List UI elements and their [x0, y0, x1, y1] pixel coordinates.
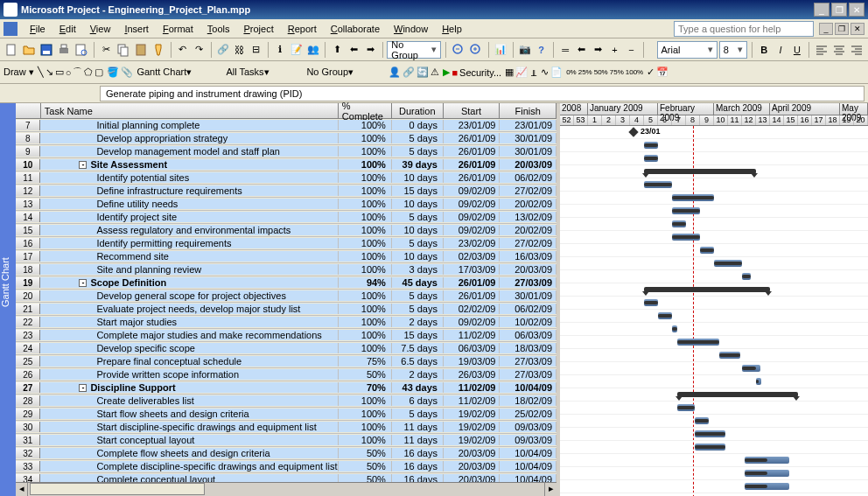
summary-bar[interactable]	[677, 392, 798, 397]
cell-taskname[interactable]: Start discipline-specific drawings and e…	[40, 422, 339, 432]
row-number[interactable]: 10	[16, 159, 40, 170]
risks-icon[interactable]: ⚠	[430, 66, 439, 78]
cell-finish[interactable]: 10/04/09	[500, 461, 556, 472]
row-number[interactable]: 13	[16, 199, 40, 209]
cell-pct[interactable]: 94%	[339, 277, 392, 288]
font-combo[interactable]: Arial▾	[657, 41, 718, 59]
cell-taskname[interactable]: Develop specific scope	[40, 343, 339, 353]
cell-start[interactable]: 02/02/09	[444, 304, 500, 314]
cell-start[interactable]: 26/01/09	[444, 277, 500, 288]
group2-combo[interactable]: No Group▾	[306, 66, 385, 78]
cell-taskname[interactable]: Initial planning complete	[40, 120, 339, 130]
print-icon[interactable]	[56, 40, 72, 59]
cell-start[interactable]: 17/03/09	[444, 264, 500, 275]
cell-duration[interactable]: 5 days	[392, 133, 444, 143]
cell-finish[interactable]: 23/01/09	[500, 120, 556, 130]
cell-taskname[interactable]: Identify potential sites	[40, 172, 339, 183]
cell-duration[interactable]: 10 days	[392, 172, 444, 183]
cell-finish[interactable]: 10/02/09	[500, 317, 556, 327]
update-tasks-icon[interactable]: ✓	[647, 66, 654, 78]
restore-button[interactable]: ❐	[831, 3, 847, 17]
cell-start[interactable]: 02/03/09	[444, 251, 500, 262]
cell-duration[interactable]: 11 days	[392, 422, 444, 432]
row-number[interactable]: 15	[16, 225, 40, 235]
cell-duration[interactable]: 15 days	[392, 330, 444, 340]
menu-window[interactable]: Window	[387, 22, 435, 36]
cell-pct[interactable]: 100%	[339, 317, 392, 327]
view-combo[interactable]: Gantt Chart▾	[136, 66, 224, 78]
task-row[interactable]: 18Site and planning review100%3 days17/0…	[16, 263, 556, 276]
cell-duration[interactable]: 2 days	[392, 317, 444, 327]
cell-start[interactable]: 23/01/09	[444, 120, 500, 130]
gantt-row[interactable]	[560, 323, 868, 336]
hide-subtasks-icon[interactable]: −	[624, 40, 639, 59]
gantt-row[interactable]	[560, 362, 868, 375]
cell-taskname[interactable]: Evaluate project needs, develop major st…	[40, 304, 339, 314]
cell-taskname[interactable]: Provide written scope information	[40, 369, 339, 380]
cell-finish[interactable]: 30/01/09	[500, 146, 556, 157]
menu-edit[interactable]: Edit	[52, 22, 83, 36]
task-row[interactable]: 26Provide written scope information50%2 …	[16, 368, 556, 381]
cell-pct[interactable]: 100%	[339, 304, 392, 314]
cell-taskname[interactable]: Start conceptual layout	[40, 435, 339, 445]
cell-pct[interactable]: 50%	[339, 474, 392, 482]
pert-icon[interactable]: ▦	[505, 66, 514, 78]
menu-project[interactable]: Project	[236, 22, 280, 36]
bold-icon[interactable]: B	[757, 40, 772, 59]
cell-start[interactable]: 26/01/09	[444, 172, 500, 183]
gantt-row[interactable]	[560, 178, 868, 192]
gantt-row[interactable]	[560, 467, 868, 480]
cell-finish[interactable]: 09/03/09	[500, 435, 556, 445]
gantt-body[interactable]: 23/01	[560, 126, 868, 496]
cell-taskname[interactable]: Start flow sheets and design criteria	[40, 409, 339, 419]
cell-duration[interactable]: 6.5 days	[392, 356, 444, 367]
cell-duration[interactable]: 16 days	[392, 474, 444, 482]
cell-pct[interactable]: 100%	[339, 225, 392, 235]
cell-start[interactable]: 11/02/09	[444, 382, 500, 393]
close-button[interactable]: ✕	[849, 3, 864, 17]
cell-finish[interactable]: 27/03/09	[500, 277, 556, 288]
cell-start[interactable]: 09/02/09	[444, 212, 500, 222]
cell-finish[interactable]: 18/02/09	[500, 395, 556, 406]
cell-start[interactable]: 20/03/09	[444, 448, 500, 458]
cell-taskname[interactable]: Site and planning review	[40, 264, 339, 275]
pct50-icon[interactable]: 50%	[594, 68, 608, 76]
rectangle-icon[interactable]: ▭	[55, 66, 64, 78]
arc-icon[interactable]: ⌒	[73, 66, 82, 79]
mdi-restore-button[interactable]: ❐	[835, 23, 849, 35]
cell-start[interactable]: 20/03/09	[444, 474, 500, 482]
task-row[interactable]: 34Complete conceptual layout50%16 days20…	[16, 473, 556, 482]
show-subtasks-icon[interactable]: +	[607, 40, 622, 59]
cell-pct[interactable]: 100%	[339, 185, 392, 196]
info-icon[interactable]: ℹ	[273, 40, 288, 59]
task-row[interactable]: 22Start major studies100%2 days09/02/091…	[16, 316, 556, 329]
cell-pct[interactable]: 100%	[339, 120, 392, 130]
task-row[interactable]: 31Start conceptual layout100%11 days19/0…	[16, 434, 556, 447]
share-icon[interactable]: 🔗	[402, 66, 415, 78]
cell-finish[interactable]: 20/02/09	[500, 225, 556, 235]
polygon-icon[interactable]: ⬠	[84, 66, 93, 78]
cell-start[interactable]: 19/02/09	[444, 435, 500, 445]
align-right-icon[interactable]	[849, 40, 864, 59]
cell-taskname[interactable]: Complete major studies and make recommen…	[40, 330, 339, 340]
report-icon[interactable]: 📄	[550, 66, 563, 78]
task-row[interactable]: 10-Site Assessment100%39 days26/01/0920/…	[16, 158, 556, 171]
cell-finish[interactable]: 06/02/09	[500, 172, 556, 183]
baseline-icon[interactable]: ⫫	[529, 67, 539, 78]
stop-icon[interactable]: ■	[452, 67, 458, 78]
summary-bar[interactable]	[644, 287, 770, 292]
task-row[interactable]: 21Evaluate project needs, develop major …	[16, 303, 556, 316]
row-number[interactable]: 22	[16, 317, 40, 327]
draw-menu[interactable]: Draw ▾	[4, 66, 34, 78]
cell-start[interactable]: 06/03/09	[444, 343, 500, 353]
cell-taskname[interactable]: Assess regulatory and environmental impa…	[40, 225, 339, 235]
cell-start[interactable]: 26/01/09	[444, 159, 500, 170]
task-row[interactable]: 28Create deliverables list100%6 days11/0…	[16, 395, 556, 408]
outdent-task-icon[interactable]: ⬅	[574, 40, 589, 59]
cell-finish[interactable]: 27/02/09	[500, 185, 556, 196]
cell-finish[interactable]: 27/02/09	[500, 238, 556, 248]
cell-pct[interactable]: 70%	[339, 382, 392, 393]
assign-icon[interactable]: 👥	[306, 40, 321, 59]
cell-pct[interactable]: 50%	[339, 461, 392, 472]
grid-hscroll[interactable]: ◂ ▸	[16, 482, 556, 496]
